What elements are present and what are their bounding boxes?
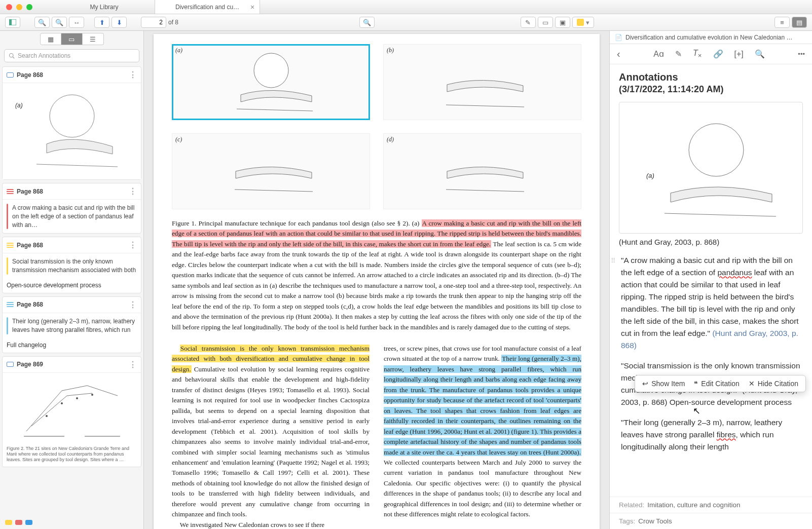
annotation-more-icon[interactable]: ⋮: [129, 70, 137, 80]
sidebar-tab-thumbnails[interactable]: ▦: [40, 33, 61, 45]
annotation-more-icon[interactable]: ⋮: [129, 240, 137, 250]
annotation-comment: Open-source development process: [3, 279, 141, 293]
sidebar-icon: [9, 19, 16, 25]
svg-line-20: [665, 213, 776, 216]
panel-figure: (a): [619, 102, 803, 234]
highlight-annotation-icon: [7, 243, 14, 248]
svg-point-10: [91, 394, 93, 396]
annotation-card[interactable]: Page 868 ⋮ A crow making a basic cut and…: [2, 183, 141, 234]
body-column-right: trees, or screw pines, that crows use fo…: [384, 344, 581, 529]
quote-icon: ❝: [694, 380, 698, 388]
toggle-sidebar-button[interactable]: [5, 17, 20, 28]
figure-panel-b: (b): [383, 44, 581, 120]
related-row[interactable]: Related: Imitation, culture and cognitio…: [610, 497, 812, 513]
svg-line-16: [235, 190, 313, 192]
tags-row[interactable]: Tags: Crow Tools: [610, 513, 812, 529]
zoom-fit-button[interactable]: ↔: [69, 17, 84, 28]
figure-panel-c: (c): [172, 133, 370, 209]
tab-document[interactable]: Diversification and cu… ×: [155, 0, 260, 14]
annotation-page-label: Page 868: [17, 188, 43, 195]
annotation-more-icon[interactable]: ⋮: [129, 360, 137, 369]
panel-title: Diversification and cumulative evolution…: [625, 34, 793, 41]
back-button[interactable]: ‹: [617, 48, 620, 60]
show-item-button[interactable]: ↩Show Item: [642, 380, 685, 388]
pencil-icon: ✎: [525, 19, 531, 26]
status-dot-red: [15, 520, 22, 525]
page-number-input[interactable]: [141, 17, 166, 28]
svg-line-14: [237, 109, 313, 111]
color-picker-button[interactable]: ▾: [572, 17, 594, 28]
panel-quote[interactable]: "Their long (generally 2–3 m), narrow, l…: [619, 417, 803, 453]
annotation-more-icon[interactable]: ⋮: [129, 300, 137, 310]
area-icon: ▣: [560, 19, 566, 26]
highlight-color-button[interactable]: ✎: [675, 49, 682, 59]
panel-more-button[interactable]: •••: [798, 50, 805, 58]
annotation-more-icon[interactable]: ⋮: [129, 186, 137, 196]
annotation-card[interactable]: Page 868 ⋮ (a): [2, 66, 141, 180]
highlight-tool-button[interactable]: ✎: [521, 17, 536, 28]
insert-button[interactable]: [+]: [734, 50, 744, 59]
svg-text:(a): (a): [15, 102, 23, 109]
panel-icon: ▤: [796, 19, 802, 26]
sidebar-tab-outline[interactable]: ☰: [83, 33, 104, 45]
hide-citation-button[interactable]: ✕Hide Citation: [749, 380, 798, 388]
panel-body[interactable]: Annotations (3/17/2022, 11:14:20 AM) (a)…: [610, 64, 812, 497]
panel-quote[interactable]: ⠿ "A crow making a basic cut and rip wit…: [619, 254, 803, 352]
pdf-viewer[interactable]: (a) (b) (c) (d) Figure 1. Principal manu…: [144, 31, 609, 529]
find-button[interactable]: 🔍: [755, 49, 765, 59]
sidebar-tab-annotations[interactable]: ▭: [61, 33, 83, 45]
search-annotations-input[interactable]: Search Annotations: [4, 49, 139, 62]
svg-point-7: [46, 415, 48, 417]
tags-value: Crow Tools: [638, 517, 672, 525]
status-dot-yellow: [5, 520, 12, 525]
zoom-window[interactable]: [26, 4, 32, 10]
highlight-blue[interactable]: Their long (generally 2–3 m), narrow, le…: [384, 355, 581, 456]
tab-library[interactable]: My Library: [54, 0, 155, 14]
svg-point-9: [76, 397, 78, 399]
arrow-up-icon: ⬆: [99, 19, 105, 26]
body-column-left: Social transmission is the only known tr…: [172, 344, 370, 529]
arrow-down-icon: ⬇: [117, 19, 122, 26]
annotation-page-label: Page 868: [17, 71, 43, 79]
view-mode-list-button[interactable]: ≡: [774, 17, 790, 28]
chevron-down-icon: ▾: [586, 19, 589, 26]
highlight-annotation-icon: [7, 189, 14, 194]
area-tool-button[interactable]: ▣: [555, 17, 570, 28]
figure-panel-a[interactable]: (a): [172, 44, 370, 120]
page-up-button[interactable]: ⬆: [94, 17, 109, 28]
note-tool-button[interactable]: ▭: [538, 17, 553, 28]
window-tabs: My Library Diversification and cu… ×: [54, 0, 260, 14]
zoom-in-button[interactable]: 🔍: [52, 17, 67, 28]
spell-underline: fibres: [717, 430, 736, 439]
drag-handle-icon[interactable]: ⠿: [611, 256, 614, 266]
view-mode-panel-button[interactable]: ▤: [792, 17, 807, 28]
zoom-out-icon: 🔍: [38, 19, 46, 26]
sidebar-view-switch: ▦ ▭ ☰: [0, 31, 143, 47]
text-style-button[interactable]: Aɑ: [653, 49, 664, 59]
panel-title-bar: 📄 Diversification and cumulative evoluti…: [610, 31, 812, 44]
tab-library-label: My Library: [90, 4, 118, 11]
minimize-window[interactable]: [16, 4, 22, 10]
body-columns: Social transmission is the only known tr…: [172, 344, 581, 529]
pdf-page: (a) (b) (c) (d) Figure 1. Principal manu…: [154, 34, 600, 529]
annotation-card[interactable]: Page 868 ⋮ Social transmission is the on…: [2, 237, 141, 293]
annotation-card[interactable]: Page 868 ⋮ Their long (generally 2–3 m),…: [2, 296, 141, 353]
close-tab-icon[interactable]: ×: [250, 3, 254, 11]
annotation-card[interactable]: Page 869 ⋮ Figure 2. The 21 sites on New…: [2, 356, 141, 468]
edit-citation-button[interactable]: ❝Edit Citation: [694, 380, 739, 388]
reply-icon: ↩: [642, 380, 648, 388]
zoom-out-button[interactable]: 🔍: [34, 17, 50, 28]
annotation-list: Page 868 ⋮ (a) Page 868 ⋮: [0, 64, 143, 529]
find-in-page-button[interactable]: 🔍: [359, 17, 375, 28]
page-down-button[interactable]: ⬇: [112, 17, 127, 28]
panel-subheading: (3/17/2022, 11:14:20 AM): [619, 84, 803, 95]
panel-heading: Annotations: [619, 71, 803, 83]
tab-document-label: Diversification and cu…: [175, 4, 239, 11]
clear-format-button[interactable]: T×: [693, 49, 702, 59]
figure-panel-d: (d): [383, 133, 581, 209]
link-button[interactable]: 🔗: [713, 49, 723, 59]
annotations-sidebar: ▦ ▭ ☰ Search Annotations Page 868 ⋮ (a): [0, 31, 144, 529]
tags-label: Tags:: [619, 517, 635, 525]
figure-caption: Figure 1. Principal manufacture techniqu…: [172, 218, 581, 332]
close-window[interactable]: [6, 4, 12, 10]
